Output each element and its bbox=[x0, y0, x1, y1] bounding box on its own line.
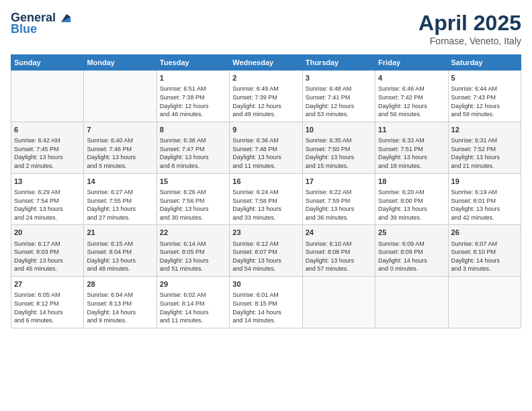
day-info: Sunrise: 6:29 AM Sunset: 7:54 PM Dayligh… bbox=[14, 188, 81, 222]
week-row-5: 27Sunrise: 6:05 AM Sunset: 8:12 PM Dayli… bbox=[11, 277, 521, 328]
calendar-cell bbox=[11, 71, 84, 122]
calendar-cell bbox=[375, 277, 448, 328]
day-number: 16 bbox=[232, 177, 299, 187]
day-info: Sunrise: 6:02 AM Sunset: 8:14 PM Dayligh… bbox=[160, 291, 226, 324]
page-header: General Blue April 2025 Fornase, Veneto,… bbox=[11, 11, 521, 46]
day-info: Sunrise: 6:01 AM Sunset: 8:15 PM Dayligh… bbox=[232, 291, 299, 324]
header-wednesday: Wednesday bbox=[230, 55, 302, 71]
day-number: 9 bbox=[232, 125, 299, 135]
calendar-cell: 21Sunrise: 6:15 AM Sunset: 8:04 PM Dayli… bbox=[84, 225, 157, 277]
calendar-cell: 29Sunrise: 6:02 AM Sunset: 8:14 PM Dayli… bbox=[157, 277, 229, 328]
day-number: 23 bbox=[232, 228, 299, 238]
day-number: 24 bbox=[306, 228, 372, 238]
day-info: Sunrise: 6:33 AM Sunset: 7:51 PM Dayligh… bbox=[378, 136, 445, 170]
calendar-cell bbox=[302, 277, 375, 328]
calendar-cell: 8Sunrise: 6:38 AM Sunset: 7:47 PM Daylig… bbox=[157, 122, 229, 173]
day-info: Sunrise: 6:07 AM Sunset: 8:10 PM Dayligh… bbox=[451, 240, 518, 273]
calendar-cell: 20Sunrise: 6:17 AM Sunset: 8:03 PM Dayli… bbox=[11, 225, 84, 277]
calendar-cell: 18Sunrise: 6:20 AM Sunset: 8:00 PM Dayli… bbox=[375, 173, 448, 225]
calendar-cell: 10Sunrise: 6:35 AM Sunset: 7:50 PM Dayli… bbox=[302, 122, 375, 173]
calendar-cell: 23Sunrise: 6:12 AM Sunset: 8:07 PM Dayli… bbox=[230, 225, 302, 277]
day-number: 8 bbox=[160, 125, 226, 135]
day-number: 29 bbox=[160, 279, 226, 289]
day-info: Sunrise: 6:12 AM Sunset: 8:07 PM Dayligh… bbox=[232, 240, 299, 273]
day-info: Sunrise: 6:09 AM Sunset: 8:09 PM Dayligh… bbox=[378, 240, 445, 273]
day-number: 2 bbox=[232, 73, 299, 83]
header-monday: Monday bbox=[84, 55, 157, 71]
day-info: Sunrise: 6:51 AM Sunset: 7:38 PM Dayligh… bbox=[160, 85, 226, 118]
day-number: 17 bbox=[306, 177, 372, 187]
day-number: 4 bbox=[378, 73, 445, 83]
day-number: 21 bbox=[87, 228, 153, 238]
calendar-cell: 3Sunrise: 6:48 AM Sunset: 7:41 PM Daylig… bbox=[302, 71, 375, 122]
calendar-cell bbox=[84, 71, 157, 122]
week-row-4: 20Sunrise: 6:17 AM Sunset: 8:03 PM Dayli… bbox=[11, 225, 521, 277]
calendar-table: SundayMondayTuesdayWednesdayThursdayFrid… bbox=[11, 54, 521, 328]
calendar-cell: 25Sunrise: 6:09 AM Sunset: 8:09 PM Dayli… bbox=[375, 225, 448, 277]
calendar-header-row: SundayMondayTuesdayWednesdayThursdayFrid… bbox=[11, 55, 521, 71]
page-title: April 2025 bbox=[418, 11, 521, 36]
calendar-cell: 24Sunrise: 6:10 AM Sunset: 8:08 PM Dayli… bbox=[302, 225, 375, 277]
day-info: Sunrise: 6:48 AM Sunset: 7:41 PM Dayligh… bbox=[306, 85, 372, 118]
day-info: Sunrise: 6:05 AM Sunset: 8:12 PM Dayligh… bbox=[14, 291, 81, 324]
calendar-cell: 4Sunrise: 6:46 AM Sunset: 7:42 PM Daylig… bbox=[375, 71, 448, 122]
day-info: Sunrise: 6:22 AM Sunset: 7:59 PM Dayligh… bbox=[306, 188, 372, 222]
day-number: 19 bbox=[451, 177, 518, 187]
week-row-2: 6Sunrise: 6:42 AM Sunset: 7:45 PM Daylig… bbox=[11, 122, 521, 173]
day-info: Sunrise: 6:14 AM Sunset: 8:05 PM Dayligh… bbox=[160, 240, 226, 273]
day-info: Sunrise: 6:26 AM Sunset: 7:56 PM Dayligh… bbox=[160, 188, 226, 222]
day-info: Sunrise: 6:49 AM Sunset: 7:39 PM Dayligh… bbox=[232, 85, 299, 118]
day-number: 5 bbox=[451, 73, 518, 83]
calendar-cell: 2Sunrise: 6:49 AM Sunset: 7:39 PM Daylig… bbox=[230, 71, 302, 122]
day-info: Sunrise: 6:42 AM Sunset: 7:45 PM Dayligh… bbox=[14, 136, 81, 170]
header-friday: Friday bbox=[375, 55, 448, 71]
day-info: Sunrise: 6:19 AM Sunset: 8:01 PM Dayligh… bbox=[451, 188, 518, 222]
day-number: 15 bbox=[160, 177, 226, 187]
day-info: Sunrise: 6:17 AM Sunset: 8:03 PM Dayligh… bbox=[14, 240, 81, 273]
title-block: April 2025 Fornase, Veneto, Italy bbox=[418, 11, 521, 46]
logo-icon bbox=[57, 10, 72, 25]
day-number: 18 bbox=[378, 177, 445, 187]
page-subtitle: Fornase, Veneto, Italy bbox=[418, 36, 521, 46]
header-sunday: Sunday bbox=[11, 55, 84, 71]
day-number: 28 bbox=[87, 279, 153, 289]
day-info: Sunrise: 6:36 AM Sunset: 7:48 PM Dayligh… bbox=[232, 136, 299, 170]
day-number: 1 bbox=[160, 73, 226, 83]
calendar-cell: 27Sunrise: 6:05 AM Sunset: 8:12 PM Dayli… bbox=[11, 277, 84, 328]
day-info: Sunrise: 6:46 AM Sunset: 7:42 PM Dayligh… bbox=[378, 85, 445, 118]
day-number: 6 bbox=[14, 125, 81, 135]
day-info: Sunrise: 6:44 AM Sunset: 7:43 PM Dayligh… bbox=[451, 85, 518, 118]
calendar-cell: 13Sunrise: 6:29 AM Sunset: 7:54 PM Dayli… bbox=[11, 173, 84, 225]
calendar-cell: 1Sunrise: 6:51 AM Sunset: 7:38 PM Daylig… bbox=[157, 71, 229, 122]
day-info: Sunrise: 6:27 AM Sunset: 7:55 PM Dayligh… bbox=[87, 188, 153, 222]
day-number: 12 bbox=[451, 125, 518, 135]
logo: General Blue bbox=[11, 11, 72, 36]
day-number: 7 bbox=[87, 125, 153, 135]
calendar-cell: 16Sunrise: 6:24 AM Sunset: 7:58 PM Dayli… bbox=[230, 173, 302, 225]
day-info: Sunrise: 6:04 AM Sunset: 8:13 PM Dayligh… bbox=[87, 291, 153, 324]
header-thursday: Thursday bbox=[302, 55, 375, 71]
day-info: Sunrise: 6:15 AM Sunset: 8:04 PM Dayligh… bbox=[87, 240, 153, 273]
calendar-cell: 28Sunrise: 6:04 AM Sunset: 8:13 PM Dayli… bbox=[84, 277, 157, 328]
day-number: 3 bbox=[306, 73, 372, 83]
day-number: 10 bbox=[306, 125, 372, 135]
day-number: 25 bbox=[378, 228, 445, 238]
calendar-cell: 11Sunrise: 6:33 AM Sunset: 7:51 PM Dayli… bbox=[375, 122, 448, 173]
calendar-cell: 15Sunrise: 6:26 AM Sunset: 7:56 PM Dayli… bbox=[157, 173, 229, 225]
calendar-cell: 5Sunrise: 6:44 AM Sunset: 7:43 PM Daylig… bbox=[448, 71, 521, 122]
calendar-cell: 17Sunrise: 6:22 AM Sunset: 7:59 PM Dayli… bbox=[302, 173, 375, 225]
day-info: Sunrise: 6:24 AM Sunset: 7:58 PM Dayligh… bbox=[232, 188, 299, 222]
day-number: 14 bbox=[87, 177, 153, 187]
day-info: Sunrise: 6:38 AM Sunset: 7:47 PM Dayligh… bbox=[160, 136, 226, 170]
day-number: 20 bbox=[14, 228, 81, 238]
header-tuesday: Tuesday bbox=[157, 55, 229, 71]
calendar-cell: 19Sunrise: 6:19 AM Sunset: 8:01 PM Dayli… bbox=[448, 173, 521, 225]
week-row-3: 13Sunrise: 6:29 AM Sunset: 7:54 PM Dayli… bbox=[11, 173, 521, 225]
day-number: 26 bbox=[451, 228, 518, 238]
calendar-cell: 22Sunrise: 6:14 AM Sunset: 8:05 PM Dayli… bbox=[157, 225, 229, 277]
day-number: 13 bbox=[14, 177, 81, 187]
calendar-cell: 12Sunrise: 6:31 AM Sunset: 7:52 PM Dayli… bbox=[448, 122, 521, 173]
day-number: 27 bbox=[14, 279, 81, 289]
day-info: Sunrise: 6:20 AM Sunset: 8:00 PM Dayligh… bbox=[378, 188, 445, 222]
header-saturday: Saturday bbox=[448, 55, 521, 71]
